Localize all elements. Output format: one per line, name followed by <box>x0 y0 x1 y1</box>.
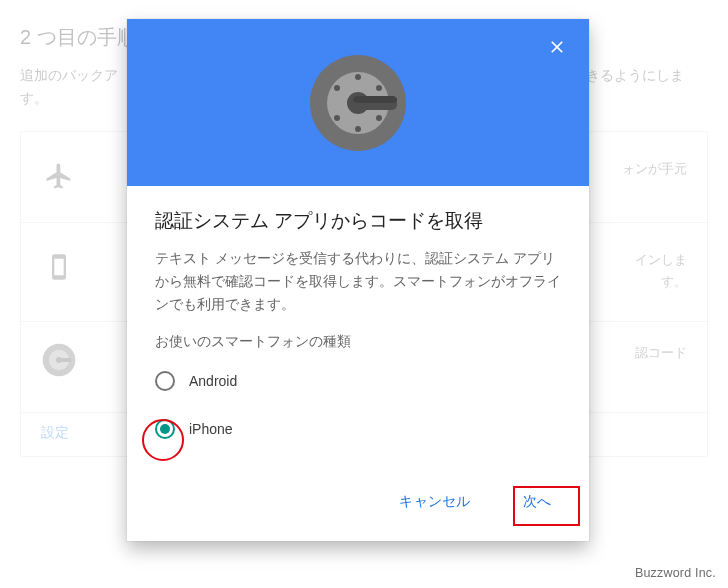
cancel-button[interactable]: キャンセル <box>389 485 480 519</box>
authenticator-icon <box>308 53 408 153</box>
dialog-title: 認証システム アプリからコードを取得 <box>155 208 561 234</box>
dialog-description: テキスト メッセージを受信する代わりに、認証システム アプリから無料で確認コード… <box>155 248 561 317</box>
svg-point-11 <box>334 85 340 91</box>
svg-point-8 <box>376 115 382 121</box>
svg-point-7 <box>376 85 382 91</box>
phone-type-question: お使いのスマートフォンの種類 <box>155 333 561 351</box>
radio-android[interactable]: Android <box>155 371 561 391</box>
watermark: Buzzword Inc. <box>635 566 716 580</box>
close-button[interactable] <box>547 37 567 57</box>
radio-label: iPhone <box>189 421 233 437</box>
authenticator-dialog: 認証システム アプリからコードを取得 テキスト メッセージを受信する代わりに、認… <box>127 19 589 541</box>
radio-icon <box>155 419 175 439</box>
svg-point-6 <box>355 74 361 80</box>
radio-label: Android <box>189 373 237 389</box>
dialog-content: 認証システム アプリからコードを取得 テキスト メッセージを受信する代わりに、認… <box>127 186 589 485</box>
close-icon <box>547 37 567 57</box>
dialog-header <box>127 19 589 186</box>
svg-point-10 <box>334 115 340 121</box>
radio-iphone[interactable]: iPhone <box>155 419 561 439</box>
svg-rect-14 <box>353 96 397 103</box>
next-button[interactable]: 次へ <box>513 485 562 519</box>
svg-point-9 <box>355 126 361 132</box>
radio-icon <box>155 371 175 391</box>
dialog-actions: キャンセル 次へ <box>127 485 589 541</box>
